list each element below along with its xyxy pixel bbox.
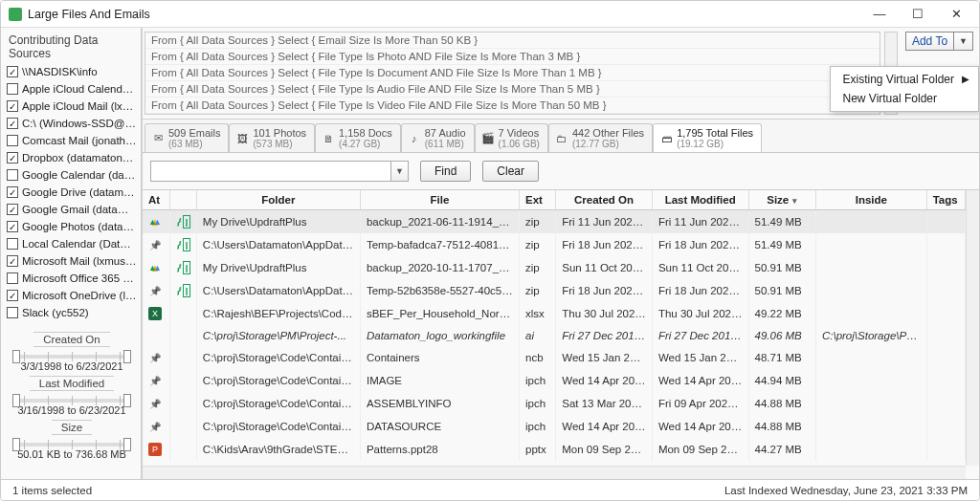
cell-created: Sun 11 Oct 2020, 5:0... [556,256,653,279]
source-item[interactable]: Local Calendar (Datam... [7,236,137,251]
source-item[interactable]: Google Calendar (data... [7,167,137,183]
result-tab[interactable]: 🗃1,795 Total Files(19.12 GB) [653,123,762,152]
col-size[interactable]: Size▾ [748,190,815,210]
source-checkbox[interactable] [7,100,18,112]
clear-button[interactable]: Clear [482,161,539,182]
query-list[interactable]: From { All Data Sources } Select { Email… [145,32,880,115]
table-row[interactable]: ▲ My Drive\UpdraftPlus backup_2021-06-11… [143,210,966,234]
find-button[interactable]: Find [420,161,471,182]
cell-modified: Mon 09 Sep 2019, 5:... [652,438,748,461]
source-checkbox[interactable] [7,152,18,163]
duplicate-icon [183,261,190,274]
source-checkbox[interactable] [7,118,18,129]
source-item[interactable]: Google Drive (datamat... [7,185,137,200]
col-inside[interactable]: Inside [815,190,926,210]
grid-scrollbar-horizontal[interactable] [143,466,966,479]
query-line[interactable]: From { All Data Sources } Select { File … [145,98,880,114]
source-item[interactable]: Apple iCloud Calendar ... [7,81,137,97]
add-to-button[interactable]: Add To ▼ [905,32,973,51]
slider-created[interactable] [12,355,131,359]
source-checkbox[interactable] [7,186,18,198]
col-tags[interactable]: Tags [926,190,965,210]
tab-sub: (63 MB) [168,139,220,149]
query-line[interactable]: From { All Data Sources } Select { File … [145,49,880,65]
cell-file: Temp-bafadca7-7512-4081-b... [360,233,519,256]
col-modified[interactable]: Last Modified [652,190,748,210]
table-row[interactable]: C:\Users\Datamaton\AppData\L... Temp-52b… [143,279,966,302]
source-checkbox[interactable] [7,135,18,146]
cell-ext: pptx [520,438,556,461]
source-item[interactable]: C:\ (Windows-SSD@RS... [7,116,137,131]
pin-icon [148,284,162,297]
col-at[interactable]: At [143,190,169,210]
cell-tags [926,279,965,302]
table-row[interactable]: C:\proj\Storage\Code\Container... DATASO… [143,415,966,438]
maximize-button[interactable]: ☐ [899,1,937,28]
slider-size[interactable] [12,443,131,447]
tab-title: 87 Audio [425,127,466,139]
search-caret-icon[interactable]: ▼ [390,162,408,181]
col-ext[interactable]: Ext [520,190,556,210]
source-checkbox[interactable] [7,272,18,284]
source-item[interactable]: Comcast Mail (jonatha... [7,133,137,148]
add-to-caret-icon[interactable]: ▼ [953,33,972,50]
col-icons[interactable] [169,190,196,210]
table-row[interactable]: C:\Kids\Arav\9thGrade\STEMPhy... Pattern… [143,438,966,461]
menu-existing-virtual-folder[interactable]: Existing Virtual Folder ▶ [834,70,976,89]
grid-scrollbar-vertical[interactable] [966,190,979,466]
table-row[interactable]: C:\proj\Storage\PM\Project-... Datamaton… [143,325,966,346]
source-item[interactable]: \\NASDISK\info [7,64,137,79]
minimize-button[interactable]: — [860,1,899,28]
close-button[interactable]: ✕ [937,1,975,28]
col-folder[interactable]: Folder [196,190,360,210]
source-checkbox[interactable] [7,255,18,267]
pin-icon [148,397,162,410]
source-item[interactable]: Apple iCloud Mail (lxm... [7,98,137,114]
table-row[interactable]: C:\proj\Storage\Code\Container... IMAGE … [143,369,966,392]
tab-title: 7 Videos [499,127,540,139]
source-item[interactable]: Google Photos (datam... [7,219,137,234]
source-item[interactable]: Microsoft OneDrive (lx... [7,288,137,303]
google-drive-icon: ▲ [148,215,162,229]
result-tab[interactable]: 🗎1,158 Docs(4.27 GB) [315,123,401,152]
table-row[interactable]: ▲ My Drive\UpdraftPlus backup_2020-10-11… [143,256,966,279]
source-checkbox[interactable] [7,238,18,250]
query-line[interactable]: From { All Data Sources } Select { File … [145,81,880,98]
filter-last-modified[interactable]: Last Modified 3/16/1998 to 6/23/2021 [7,376,137,416]
source-item[interactable]: Microsoft Office 365 E... [7,271,137,286]
table-row[interactable]: C:\proj\Storage\Code\Container... Contai… [143,346,966,369]
source-checkbox[interactable] [7,83,18,95]
col-file[interactable]: File [360,190,519,210]
query-line[interactable]: From { All Data Sources } Select { File … [145,65,880,81]
col-created[interactable]: Created On [556,190,653,210]
result-tab[interactable]: 🗀442 Other Files(12.77 GB) [548,123,653,152]
results-grid[interactable]: At Folder File Ext Created On Last Modif… [143,190,966,461]
result-tab[interactable]: 🎬7 Videos(1.06 GB) [475,123,548,152]
source-item[interactable]: Dropbox (datamaton@... [7,150,137,165]
table-row[interactable]: C:\proj\Storage\Code\Container... ASSEMB… [143,392,966,415]
source-checkbox[interactable] [7,290,18,301]
query-line[interactable]: From { All Data Sources } Select { Email… [145,33,880,49]
menu-new-virtual-folder[interactable]: New Virtual Folder [834,89,976,108]
result-tab[interactable]: ♪87 Audio(611 MB) [401,123,475,152]
source-checkbox[interactable] [7,221,18,232]
table-row[interactable]: C:\Users\Datamaton\AppData\L... Temp-baf… [143,233,966,256]
source-item[interactable]: Google Gmail (datama... [7,202,137,217]
source-checkbox[interactable] [7,66,18,77]
table-row[interactable]: C:\Rajesh\BEF\Projects\Code\Scr... sBEF_… [143,302,966,325]
duplicate-icon [183,215,190,229]
source-label: Apple iCloud Mail (lxm... [22,100,137,112]
source-item[interactable]: Slack (yc552) [7,305,137,320]
search-input[interactable]: ▼ [150,161,409,182]
source-checkbox[interactable] [7,204,18,215]
result-tab[interactable]: 🖼101 Photos(573 MB) [229,123,315,152]
result-tab[interactable]: ✉509 Emails(63 MB) [145,123,229,152]
filter-size[interactable]: Size 50.01 KB to 736.68 MB [7,420,137,460]
source-checkbox[interactable] [7,307,18,318]
slider-modified[interactable] [12,399,131,403]
filter-created-on[interactable]: Created On 3/3/1998 to 6/23/2021 [7,332,137,372]
source-checkbox[interactable] [7,169,18,181]
source-item[interactable]: Microsoft Mail (lxmuser) [7,253,137,269]
status-left: 1 items selected [12,485,92,496]
grid-header-row[interactable]: At Folder File Ext Created On Last Modif… [143,190,966,210]
